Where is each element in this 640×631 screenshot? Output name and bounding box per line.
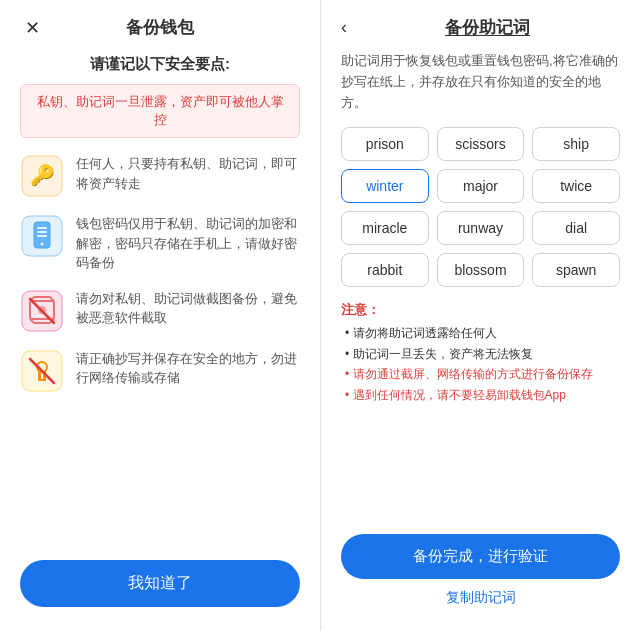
safety-item-password-text: 钱包密码仅用于私钥、助记词的加密和解密，密码只存储在手机上，请做好密码备份 bbox=[76, 214, 300, 273]
safety-item-password: 钱包密码仅用于私钥、助记词的加密和解密，密码只存储在手机上，请做好密码备份 bbox=[20, 214, 300, 273]
mnemonic-word-6: twice bbox=[532, 169, 620, 203]
left-panel: ✕ 备份钱包 请谨记以下安全要点: 私钥、助记词一旦泄露，资产即可被他人掌控 🔑… bbox=[0, 0, 320, 631]
svg-rect-6 bbox=[37, 235, 47, 237]
phone-icon bbox=[20, 214, 64, 258]
safety-item-screenshot-text: 请勿对私钥、助记词做截图备份，避免被恶意软件截取 bbox=[76, 289, 300, 328]
mnemonic-word-3: ship bbox=[532, 127, 620, 161]
right-description: 助记词用于恢复钱包或重置钱包密码,将它准确的抄写在纸上，并存放在只有你知道的安全… bbox=[341, 51, 620, 113]
right-header: ‹ 备份助记词 bbox=[341, 16, 620, 39]
safety-item-key: 🔑 任何人，只要持有私钥、助记词，即可将资产转走 bbox=[20, 154, 300, 198]
note-item-1: • 请勿将助记词透露给任何人 bbox=[341, 323, 620, 343]
warning-banner: 私钥、助记词一旦泄露，资产即可被他人掌控 bbox=[20, 84, 300, 138]
screenshot-icon bbox=[20, 289, 64, 333]
svg-rect-4 bbox=[37, 227, 47, 229]
svg-rect-5 bbox=[37, 231, 47, 233]
safety-item-safe-text: 请正确抄写并保存在安全的地方，勿进行网络传输或存储 bbox=[76, 349, 300, 388]
mnemonic-word-8: runway bbox=[437, 211, 525, 245]
i-understand-button[interactable]: 我知道了 bbox=[20, 560, 300, 607]
back-icon[interactable]: ‹ bbox=[341, 17, 347, 38]
mnemonic-word-12: spawn bbox=[532, 253, 620, 287]
copy-mnemonic-link[interactable]: 复制助记词 bbox=[341, 589, 620, 607]
mnemonic-word-1: prison bbox=[341, 127, 429, 161]
mnemonic-word-10: rabbit bbox=[341, 253, 429, 287]
right-panel: ‹ 备份助记词 助记词用于恢复钱包或重置钱包密码,将它准确的抄写在纸上，并存放在… bbox=[320, 0, 640, 631]
safe-icon bbox=[20, 349, 64, 393]
mnemonic-word-9: dial bbox=[532, 211, 620, 245]
mnemonic-word-7: miracle bbox=[341, 211, 429, 245]
note-item-3: • 请勿通过截屏、网络传输的方式进行备份保存 bbox=[341, 364, 620, 384]
right-title: 备份助记词 bbox=[355, 16, 620, 39]
note-item-2: • 助记词一旦丢失，资产将无法恢复 bbox=[341, 344, 620, 364]
safety-heading: 请谨记以下安全要点: bbox=[90, 55, 230, 74]
mnemonic-word-5: major bbox=[437, 169, 525, 203]
safety-items-list: 🔑 任何人，只要持有私钥、助记词，即可将资产转走 钱包密码仅用于私钥、助记词的加… bbox=[20, 154, 300, 544]
key-icon: 🔑 bbox=[20, 154, 64, 198]
notes-title: 注意： bbox=[341, 301, 620, 319]
notes-section: 注意： • 请勿将助记词透露给任何人• 助记词一旦丢失，资产将无法恢复• 请勿通… bbox=[341, 301, 620, 405]
mnemonic-word-4: winter bbox=[341, 169, 429, 203]
note-item-4: • 遇到任何情况，请不要轻易卸载钱包App bbox=[341, 385, 620, 405]
mnemonic-word-11: blossom bbox=[437, 253, 525, 287]
mnemonic-word-2: scissors bbox=[437, 127, 525, 161]
verify-backup-button[interactable]: 备份完成，进行验证 bbox=[341, 534, 620, 579]
safety-item-key-text: 任何人，只要持有私钥、助记词，即可将资产转走 bbox=[76, 154, 300, 193]
svg-point-7 bbox=[41, 243, 44, 246]
warning-text: 私钥、助记词一旦泄露，资产即可被他人掌控 bbox=[33, 93, 287, 129]
safety-item-screenshot: 请勿对私钥、助记词做截图备份，避免被恶意软件截取 bbox=[20, 289, 300, 333]
mnemonic-word-grid: prisonscissorsshipwintermajortwicemiracl… bbox=[341, 127, 620, 287]
left-header: ✕ 备份钱包 bbox=[20, 16, 300, 39]
left-title: 备份钱包 bbox=[126, 16, 194, 39]
svg-text:🔑: 🔑 bbox=[30, 163, 55, 187]
close-icon[interactable]: ✕ bbox=[20, 16, 44, 40]
safety-item-safe: 请正确抄写并保存在安全的地方，勿进行网络传输或存储 bbox=[20, 349, 300, 393]
